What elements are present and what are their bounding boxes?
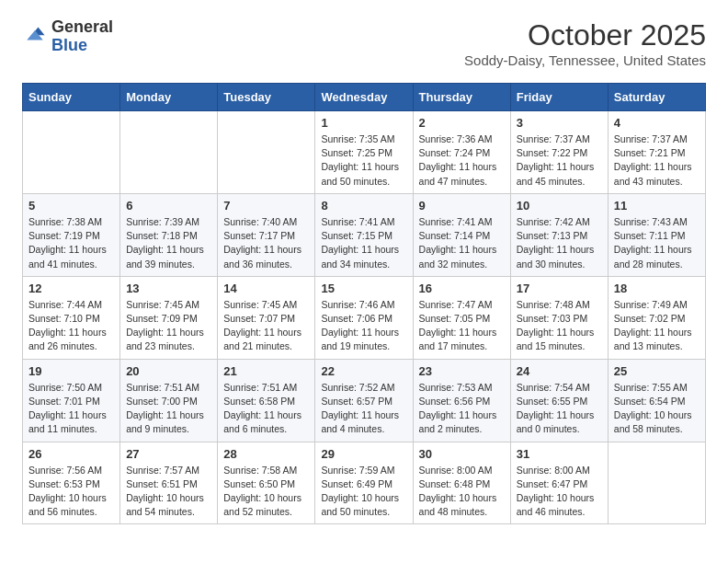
day-info: Sunrise: 7:57 AM Sunset: 6:51 PM Dayligh…: [126, 464, 211, 520]
calendar-body: 1Sunrise: 7:35 AM Sunset: 7:25 PM Daylig…: [23, 111, 706, 524]
calendar-week-row: 26Sunrise: 7:56 AM Sunset: 6:53 PM Dayli…: [23, 442, 706, 524]
day-number: 17: [517, 282, 602, 295]
day-number: 2: [419, 116, 505, 130]
day-info: Sunrise: 7:44 AM Sunset: 7:10 PM Dayligh…: [28, 298, 114, 354]
calendar-day-18: 18Sunrise: 7:49 AM Sunset: 7:02 PM Dayli…: [608, 276, 705, 359]
day-info: Sunrise: 7:42 AM Sunset: 7:13 PM Dayligh…: [517, 215, 602, 271]
day-number: 10: [517, 199, 602, 213]
calendar-day-2: 2Sunrise: 7:36 AM Sunset: 7:24 PM Daylig…: [413, 111, 510, 194]
calendar-day-5: 5Sunrise: 7:38 AM Sunset: 7:19 PM Daylig…: [23, 193, 120, 276]
calendar-day-27: 27Sunrise: 7:57 AM Sunset: 6:51 PM Dayli…: [120, 442, 218, 524]
month-year-title: October 2025: [464, 18, 706, 52]
weekday-header-friday: Friday: [510, 84, 608, 111]
day-number: 27: [126, 447, 211, 461]
day-info: Sunrise: 7:50 AM Sunset: 7:01 PM Dayligh…: [28, 381, 114, 437]
location-subtitle: Soddy-Daisy, Tennessee, United States: [464, 52, 706, 68]
calendar-day-7: 7Sunrise: 7:40 AM Sunset: 7:17 PM Daylig…: [218, 193, 315, 276]
day-number: 7: [223, 199, 309, 213]
empty-day-cell: [23, 111, 120, 194]
day-number: 18: [614, 282, 700, 295]
logo-icon: [22, 24, 48, 50]
day-number: 16: [419, 282, 505, 295]
calendar-day-22: 22Sunrise: 7:52 AM Sunset: 6:57 PM Dayli…: [315, 359, 413, 442]
day-info: Sunrise: 7:52 AM Sunset: 6:57 PM Dayligh…: [321, 381, 406, 437]
day-info: Sunrise: 7:40 AM Sunset: 7:17 PM Dayligh…: [223, 215, 309, 271]
day-number: 4: [614, 116, 700, 130]
title-section: October 2025 Soddy-Daisy, Tennessee, Uni…: [464, 18, 706, 68]
weekday-header-row: SundayMondayTuesdayWednesdayThursdayFrid…: [23, 84, 706, 111]
day-info: Sunrise: 7:47 AM Sunset: 7:05 PM Dayligh…: [419, 298, 505, 354]
day-info: Sunrise: 7:41 AM Sunset: 7:15 PM Dayligh…: [321, 215, 406, 271]
day-number: 6: [126, 199, 211, 213]
calendar-day-6: 6Sunrise: 7:39 AM Sunset: 7:18 PM Daylig…: [120, 193, 218, 276]
day-number: 11: [614, 199, 700, 213]
day-number: 13: [126, 282, 211, 295]
calendar-day-16: 16Sunrise: 7:47 AM Sunset: 7:05 PM Dayli…: [413, 276, 510, 359]
weekday-header-monday: Monday: [120, 84, 218, 111]
day-number: 31: [517, 447, 602, 461]
weekday-header-tuesday: Tuesday: [218, 84, 315, 111]
calendar-day-19: 19Sunrise: 7:50 AM Sunset: 7:01 PM Dayli…: [23, 359, 120, 442]
logo: General Blue: [22, 18, 113, 55]
day-info: Sunrise: 7:51 AM Sunset: 6:58 PM Dayligh…: [223, 381, 309, 437]
calendar-day-26: 26Sunrise: 7:56 AM Sunset: 6:53 PM Dayli…: [23, 442, 120, 524]
weekday-header-sunday: Sunday: [23, 84, 120, 111]
calendar-day-30: 30Sunrise: 8:00 AM Sunset: 6:48 PM Dayli…: [413, 442, 510, 524]
empty-day-cell: [120, 111, 218, 194]
calendar-day-13: 13Sunrise: 7:45 AM Sunset: 7:09 PM Dayli…: [120, 276, 218, 359]
page-header: General Blue October 2025 Soddy-Daisy, T…: [22, 18, 706, 68]
day-info: Sunrise: 7:56 AM Sunset: 6:53 PM Dayligh…: [28, 464, 114, 520]
calendar-day-20: 20Sunrise: 7:51 AM Sunset: 7:00 PM Dayli…: [120, 359, 218, 442]
calendar-day-11: 11Sunrise: 7:43 AM Sunset: 7:11 PM Dayli…: [608, 193, 705, 276]
day-number: 20: [126, 364, 211, 378]
day-number: 29: [321, 447, 406, 461]
weekday-header-saturday: Saturday: [608, 84, 705, 111]
day-number: 19: [28, 364, 114, 378]
calendar-table: SundayMondayTuesdayWednesdayThursdayFrid…: [22, 83, 706, 524]
day-number: 25: [614, 364, 700, 378]
day-info: Sunrise: 7:41 AM Sunset: 7:14 PM Dayligh…: [419, 215, 505, 271]
calendar-week-row: 12Sunrise: 7:44 AM Sunset: 7:10 PM Dayli…: [23, 276, 706, 359]
day-info: Sunrise: 7:51 AM Sunset: 7:00 PM Dayligh…: [126, 381, 211, 437]
day-number: 1: [321, 116, 406, 130]
day-info: Sunrise: 8:00 AM Sunset: 6:47 PM Dayligh…: [517, 464, 602, 520]
day-info: Sunrise: 7:37 AM Sunset: 7:22 PM Dayligh…: [517, 132, 602, 189]
calendar-week-row: 19Sunrise: 7:50 AM Sunset: 7:01 PM Dayli…: [23, 359, 706, 442]
calendar-day-4: 4Sunrise: 7:37 AM Sunset: 7:21 PM Daylig…: [608, 111, 705, 194]
day-info: Sunrise: 7:48 AM Sunset: 7:03 PM Dayligh…: [517, 298, 602, 354]
day-number: 30: [419, 447, 505, 461]
day-info: Sunrise: 7:46 AM Sunset: 7:06 PM Dayligh…: [321, 298, 406, 354]
calendar-day-3: 3Sunrise: 7:37 AM Sunset: 7:22 PM Daylig…: [510, 111, 608, 194]
calendar-day-29: 29Sunrise: 7:59 AM Sunset: 6:49 PM Dayli…: [315, 442, 413, 524]
day-number: 28: [223, 447, 309, 461]
calendar-day-21: 21Sunrise: 7:51 AM Sunset: 6:58 PM Dayli…: [218, 359, 315, 442]
day-info: Sunrise: 7:54 AM Sunset: 6:55 PM Dayligh…: [517, 381, 602, 437]
day-info: Sunrise: 7:58 AM Sunset: 6:50 PM Dayligh…: [223, 464, 309, 520]
logo-blue-text: Blue: [51, 36, 87, 54]
day-info: Sunrise: 7:45 AM Sunset: 7:07 PM Dayligh…: [223, 298, 309, 354]
day-info: Sunrise: 7:55 AM Sunset: 6:54 PM Dayligh…: [614, 381, 700, 437]
calendar-day-31: 31Sunrise: 8:00 AM Sunset: 6:47 PM Dayli…: [510, 442, 608, 524]
day-number: 22: [321, 364, 406, 378]
day-number: 21: [223, 364, 309, 378]
day-number: 26: [28, 447, 114, 461]
day-info: Sunrise: 7:35 AM Sunset: 7:25 PM Dayligh…: [321, 132, 406, 189]
day-info: Sunrise: 7:37 AM Sunset: 7:21 PM Dayligh…: [614, 132, 700, 189]
day-info: Sunrise: 7:39 AM Sunset: 7:18 PM Dayligh…: [126, 215, 211, 271]
weekday-header-wednesday: Wednesday: [315, 84, 413, 111]
calendar-day-9: 9Sunrise: 7:41 AM Sunset: 7:14 PM Daylig…: [413, 193, 510, 276]
calendar-day-23: 23Sunrise: 7:53 AM Sunset: 6:56 PM Dayli…: [413, 359, 510, 442]
day-number: 5: [28, 199, 114, 213]
day-number: 12: [28, 282, 114, 295]
day-number: 15: [321, 282, 406, 295]
day-number: 14: [223, 282, 309, 295]
calendar-day-8: 8Sunrise: 7:41 AM Sunset: 7:15 PM Daylig…: [315, 193, 413, 276]
weekday-header-thursday: Thursday: [413, 84, 510, 111]
day-info: Sunrise: 7:38 AM Sunset: 7:19 PM Dayligh…: [28, 215, 114, 271]
calendar-week-row: 5Sunrise: 7:38 AM Sunset: 7:19 PM Daylig…: [23, 193, 706, 276]
calendar-day-12: 12Sunrise: 7:44 AM Sunset: 7:10 PM Dayli…: [23, 276, 120, 359]
calendar-day-10: 10Sunrise: 7:42 AM Sunset: 7:13 PM Dayli…: [510, 193, 608, 276]
day-number: 3: [517, 116, 602, 130]
day-number: 24: [517, 364, 602, 378]
day-number: 23: [419, 364, 505, 378]
